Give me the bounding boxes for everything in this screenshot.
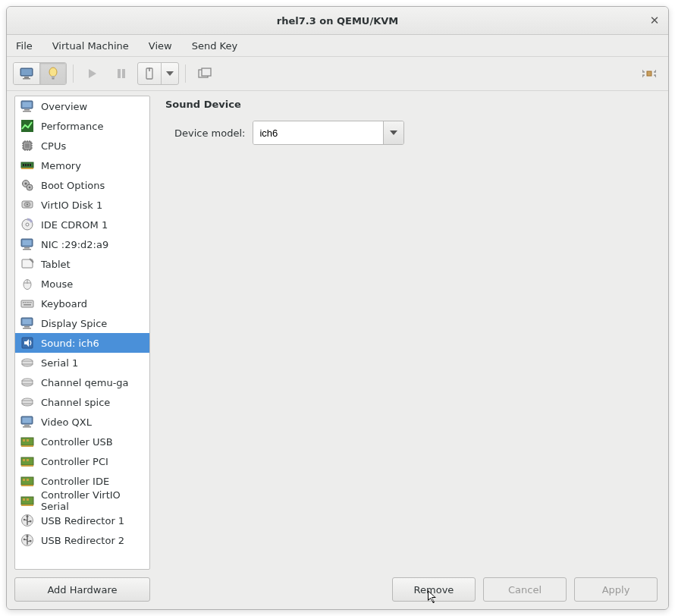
add-hardware-button[interactable]: Add Hardware	[14, 577, 150, 602]
svg-rect-94	[23, 459, 25, 461]
window-title: rhel7.3 on QEMU/KVM	[7, 15, 668, 27]
sidebar-item-label: Display Spice	[41, 318, 107, 329]
display-icon	[20, 316, 35, 331]
shutdown-dropdown-arrow[interactable]	[162, 63, 178, 84]
svg-rect-73	[23, 328, 31, 329]
sidebar-item-channel-qemu-ga[interactable]: Channel qemu-ga	[15, 372, 149, 392]
run-button[interactable]	[80, 63, 105, 84]
svg-point-51	[27, 204, 28, 206]
svg-rect-99	[27, 479, 29, 481]
svg-rect-69	[24, 304, 31, 306]
details-footer: Remove Cancel Apply	[165, 577, 658, 602]
fullscreen-button[interactable]	[636, 63, 662, 84]
sidebar-item-label: Channel spice	[41, 397, 110, 408]
sidebar-item-tablet[interactable]: Tablet	[15, 254, 149, 274]
svg-rect-44	[21, 168, 33, 169]
remove-button[interactable]: Remove	[392, 577, 476, 602]
sidebar-item-label: Controller VirtIO Serial	[41, 489, 145, 512]
hardware-list[interactable]: OverviewPerformanceCPUsMemoryBoot Option…	[14, 96, 150, 570]
sidebar-item-keyboard[interactable]: Keyboard	[15, 294, 149, 313]
sidebar-item-overview[interactable]: Overview	[15, 96, 149, 116]
video-icon	[20, 414, 35, 429]
close-button[interactable]: ✕	[647, 13, 662, 28]
sidebar-item-label: IDE CDROM 1	[41, 219, 108, 231]
svg-point-107	[27, 515, 29, 517]
sidebar-item-controller-pci[interactable]: Controller PCI	[15, 451, 149, 471]
svg-rect-100	[21, 485, 33, 486]
svg-rect-90	[23, 439, 25, 442]
sidebar-item-performance[interactable]: Performance	[15, 116, 149, 136]
snapshots-button[interactable]	[192, 63, 218, 84]
sidebar-item-label: Overview	[41, 101, 87, 112]
sidebar-item-serial-1[interactable]: Serial 1	[15, 353, 149, 372]
svg-rect-8	[118, 69, 121, 78]
svg-rect-98	[23, 479, 25, 481]
sidebar-item-virtio-disk-1[interactable]: VirtIO Disk 1	[15, 195, 149, 215]
svg-point-4	[49, 68, 57, 77]
svg-rect-23	[23, 111, 31, 112]
sidebar-item-channel-spice[interactable]: Channel spice	[15, 392, 149, 412]
sidebar-item-mouse[interactable]: Mouse	[15, 274, 149, 294]
sidebar-item-memory[interactable]: Memory	[15, 156, 149, 175]
bulb-icon	[47, 67, 59, 80]
svg-rect-57	[23, 249, 31, 250]
ram-icon	[20, 158, 35, 173]
sidebar-item-usb-redirector-1[interactable]: USB Redirector 1	[15, 511, 149, 530]
sidebar-item-cpus[interactable]: CPUs	[15, 136, 149, 156]
device-model-input[interactable]	[253, 121, 383, 144]
shutdown-dropdown[interactable]	[137, 62, 179, 85]
menu-view[interactable]: View	[146, 38, 175, 54]
svg-marker-12	[166, 71, 174, 76]
details-view-button[interactable]	[40, 63, 66, 84]
menu-send-key[interactable]: Send Key	[189, 38, 240, 54]
view-mode-group	[13, 62, 67, 85]
menu-virtual-machine[interactable]: Virtual Machine	[49, 38, 132, 54]
power-icon	[144, 68, 155, 80]
shutdown-button-main[interactable]	[138, 63, 162, 84]
svg-point-48	[29, 187, 31, 189]
sidebar-item-usb-redirector-2[interactable]: USB Redirector 2	[15, 530, 149, 550]
svg-point-53	[26, 223, 29, 226]
sidebar-item-label: Performance	[41, 121, 103, 132]
sound-icon	[20, 335, 35, 350]
sidebar-item-label: NIC :29:d2:a9	[41, 239, 108, 250]
cpu-icon	[20, 138, 35, 153]
sidebar-item-label: USB Redirector 2	[41, 535, 124, 546]
svg-rect-103	[27, 498, 29, 501]
sidebar-item-ide-cdrom-1[interactable]: IDE CDROM 1	[15, 215, 149, 234]
svg-rect-102	[23, 498, 25, 501]
sidebar-item-display-spice[interactable]: Display Spice	[15, 313, 149, 333]
menu-file[interactable]: File	[13, 38, 36, 54]
svg-rect-15	[647, 71, 651, 76]
svg-rect-43	[30, 164, 31, 166]
usb-icon	[20, 513, 35, 528]
sidebar-item-boot-options[interactable]: Boot Options	[15, 175, 149, 195]
sidebar-item-controller-virtio-serial[interactable]: Controller VirtIO Serial	[15, 491, 149, 511]
titlebar: rhel7.3 on QEMU/KVM ✕	[7, 7, 668, 35]
sidebar-item-nic-29-d2-a9[interactable]: NIC :29:d2:a9	[15, 234, 149, 254]
pause-button[interactable]	[108, 63, 134, 84]
svg-point-46	[25, 183, 27, 185]
fullscreen-icon	[642, 67, 656, 80]
sidebar-item-sound-ich6[interactable]: Sound: ich6	[15, 333, 149, 353]
cancel-button[interactable]: Cancel	[483, 577, 567, 602]
chevron-down-icon	[390, 130, 397, 135]
sidebar-item-label: Sound: ich6	[41, 338, 99, 349]
sidebar-item-controller-usb[interactable]: Controller USB	[15, 432, 149, 451]
sidebar-item-controller-ide[interactable]: Controller IDE	[15, 471, 149, 491]
device-model-combo[interactable]	[253, 121, 404, 145]
svg-marker-119	[390, 130, 397, 135]
svg-rect-56	[24, 247, 30, 249]
console-view-button[interactable]	[14, 63, 40, 84]
svg-rect-3	[23, 78, 30, 80]
svg-rect-78	[22, 361, 33, 364]
controller-icon	[20, 434, 35, 449]
svg-rect-92	[21, 445, 33, 447]
svg-rect-5	[52, 76, 55, 78]
controller-icon	[20, 454, 35, 469]
apply-button[interactable]: Apply	[574, 577, 658, 602]
sidebar-item-video-qxl[interactable]: Video QXL	[15, 412, 149, 432]
toolbar-separator	[73, 64, 74, 83]
sidebar-item-label: Controller USB	[41, 436, 113, 448]
device-model-combo-arrow[interactable]	[383, 121, 403, 144]
